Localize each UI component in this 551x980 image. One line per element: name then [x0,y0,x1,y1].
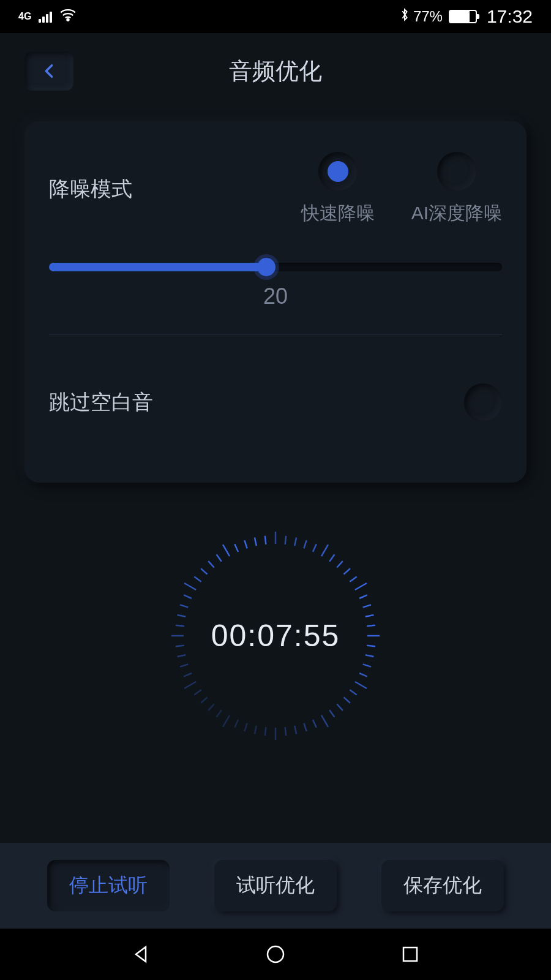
svg-line-27 [313,720,317,728]
network-indicator: 4G [18,12,31,21]
svg-line-33 [255,726,257,734]
svg-line-34 [244,723,247,731]
svg-line-53 [201,568,207,574]
svg-line-51 [184,583,196,590]
svg-line-50 [184,595,192,598]
page-title: 音频优化 [229,56,322,87]
svg-line-3 [294,538,296,546]
svg-line-43 [180,664,188,666]
svg-line-41 [184,682,196,688]
clock: 17:32 [487,6,533,27]
wifi-icon [59,8,77,25]
svg-line-14 [365,615,374,617]
svg-point-61 [268,946,283,962]
bottom-bar: 停止试听 试听优化 保存优化 [0,843,551,929]
slider-track [49,263,502,271]
svg-line-37 [217,710,222,717]
radio-icon [437,152,476,191]
svg-line-17 [367,646,375,646]
bluetooth-icon [400,7,410,26]
svg-line-4 [304,540,306,548]
svg-line-8 [337,561,342,567]
svg-line-29 [294,726,296,734]
svg-line-23 [343,697,350,703]
skip-silence-label: 跳过空白音 [49,388,153,417]
stop-preview-button[interactable]: 停止试听 [47,860,170,911]
svg-line-57 [234,544,238,552]
header: 音频优化 [0,33,551,121]
svg-line-59 [255,538,257,546]
svg-line-11 [355,583,367,590]
svg-line-15 [367,625,375,626]
timer-ticks-icon [171,532,380,740]
timer-section: 00:07:55 [0,532,551,740]
svg-line-55 [217,554,222,561]
signal-icon [39,10,52,23]
svg-line-45 [176,646,184,646]
skip-silence-toggle[interactable] [464,383,502,421]
slider-value: 20 [49,284,502,309]
svg-line-7 [329,554,334,561]
svg-line-58 [244,540,247,548]
svg-line-56 [223,545,230,556]
android-nav-bar [0,929,551,980]
radio-icon [318,152,358,191]
svg-point-0 [67,19,69,21]
nav-back-icon[interactable] [129,942,153,967]
svg-line-18 [365,655,374,657]
svg-line-44 [178,655,186,657]
svg-line-42 [184,673,192,677]
noise-mode-label: 降噪模式 [49,175,132,203]
svg-line-35 [234,720,238,728]
back-button[interactable] [24,51,73,91]
svg-line-5 [313,544,317,552]
status-left: 4G [18,8,77,25]
svg-line-54 [208,561,214,567]
svg-line-19 [363,664,371,666]
status-right: 77% 17:32 [400,6,533,27]
svg-line-25 [329,710,334,717]
svg-rect-62 [403,948,417,961]
nav-recent-icon[interactable] [398,942,422,967]
skip-silence-row: 跳过空白音 [49,365,502,446]
svg-line-39 [201,697,207,703]
svg-line-60 [265,536,266,545]
svg-line-52 [194,577,201,582]
radio-fast-noise[interactable]: 快速降噪 [301,152,375,226]
preview-optimize-button[interactable]: 试听优化 [214,860,337,911]
noise-level-slider[interactable]: 20 [49,263,502,309]
slider-thumb[interactable] [257,258,276,276]
svg-line-13 [363,605,371,607]
svg-line-49 [180,605,188,607]
svg-line-22 [350,690,356,695]
noise-mode-radio-group: 快速降噪 AI深度降噪 [301,152,502,226]
timer-dial: 00:07:55 [171,532,380,740]
svg-line-10 [350,577,356,582]
svg-line-21 [355,682,367,688]
svg-line-26 [321,715,328,727]
svg-line-40 [194,690,201,695]
svg-line-2 [285,536,286,545]
settings-panel: 降噪模式 快速降噪 AI深度降噪 20 跳过空白音 [24,121,527,483]
slider-fill [49,263,266,271]
svg-line-38 [208,704,214,710]
save-optimize-button[interactable]: 保存优化 [381,860,504,911]
status-bar: 4G 77% 17:32 [0,0,551,33]
divider [49,334,502,334]
svg-line-24 [337,704,342,710]
svg-line-28 [304,723,306,731]
svg-line-9 [343,568,350,574]
radio-label: AI深度降噪 [411,201,502,226]
svg-line-20 [359,673,367,677]
svg-line-12 [359,595,367,598]
svg-line-36 [223,715,230,727]
battery-percent: 77% [413,8,443,25]
nav-home-icon[interactable] [263,942,288,967]
svg-line-30 [285,727,286,736]
svg-line-47 [176,625,184,626]
svg-line-48 [178,615,186,617]
radio-ai-noise[interactable]: AI深度降噪 [411,152,502,226]
svg-line-32 [265,727,266,736]
battery-icon [449,10,477,23]
svg-line-6 [321,545,328,556]
